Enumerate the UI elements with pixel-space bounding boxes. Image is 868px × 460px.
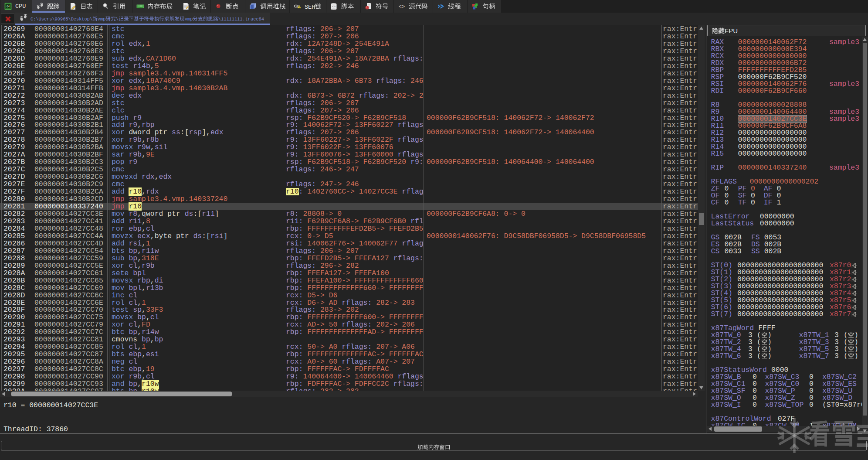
svg-text:<>: <>	[399, 4, 405, 10]
svg-text:64: 64	[7, 5, 10, 8]
svg-text:<>: <>	[332, 5, 336, 8]
svg-text:!: !	[299, 6, 300, 8]
